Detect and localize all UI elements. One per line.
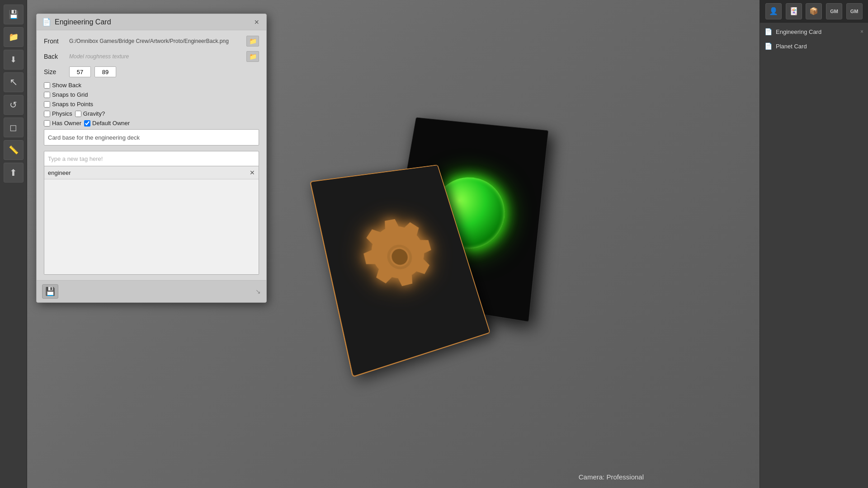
back-field-row: Back Model roughness texture 📁 (44, 51, 259, 62)
checkbox-row-3: Snaps to Points (44, 101, 259, 108)
modal-title-icon: 📄 (42, 18, 51, 26)
size-label: Size (44, 68, 66, 75)
default-owner-checkbox[interactable] (84, 120, 90, 127)
gm2-icon-btn[interactable]: GM (846, 3, 863, 19)
panel-item-engineering-card[interactable]: 📄 Engineering Card × (760, 24, 868, 39)
checkbox-row-4: Physics Gravity? (44, 110, 259, 117)
modal-title-left: 📄 Engineering Card (42, 18, 111, 26)
modal-dialog: 📄 Engineering Card × Front G:/Omnibox Ga… (36, 14, 267, 303)
engineering-card-icon: 📄 (764, 28, 772, 35)
snaps-points-checkbox[interactable] (44, 101, 50, 108)
front-field-row: Front G:/Omnibox Games/Bridge Crew/Artwo… (44, 36, 259, 47)
snaps-grid-label: Snaps to Grid (44, 91, 88, 98)
upload-toolbar-btn[interactable]: ⬆ (4, 163, 24, 183)
modal-save-button[interactable]: 💾 (42, 284, 58, 299)
show-back-checkbox[interactable] (44, 82, 50, 89)
shape-toolbar-btn[interactable]: ◻ (4, 117, 24, 137)
ruler-toolbar-btn[interactable]: 📏 (4, 140, 24, 160)
download-toolbar-btn[interactable]: ⬇ (4, 50, 24, 70)
modal-title-text: Engineering Card (55, 18, 111, 26)
has-owner-label: Has Owner (44, 120, 81, 127)
user-icon-btn[interactable]: 👤 (765, 3, 782, 19)
checkbox-row-5: Has Owner Default Owner (44, 120, 259, 127)
modal-body: Front G:/Omnibox Games/Bridge Crew/Artwo… (37, 30, 266, 280)
size-height-input[interactable] (94, 66, 116, 77)
front-value: G:/Omnibox Games/Bridge Crew/Artwork/Pro… (69, 38, 243, 44)
modal-close-button[interactable]: × (252, 18, 261, 26)
gravity-checkbox[interactable] (75, 111, 81, 117)
left-toolbar: 💾 📁 ⬇ ↖ ↺ ◻ 📏 ⬆ (0, 0, 27, 488)
tag-input[interactable] (44, 151, 259, 166)
panel-item-planet-card[interactable]: 📄 Planet Card (760, 39, 868, 53)
gm-icon-btn[interactable]: GM (826, 3, 842, 19)
planet-card-label: Planet Card (776, 43, 863, 50)
physics-checkbox[interactable] (44, 111, 50, 117)
back-placeholder: Model roughness texture (69, 53, 243, 60)
right-panel-header: 👤 🃏 📦 GM GM (760, 0, 868, 23)
engineer-tag-close[interactable]: ✕ (250, 169, 255, 176)
planet-card-icon: 📄 (764, 42, 772, 50)
rotate-toolbar-btn[interactable]: ↺ (4, 95, 24, 115)
modal-footer: 💾 ↘ (37, 280, 266, 302)
checkbox-row-1: Show Back (44, 82, 259, 89)
engineer-tag: engineer ✕ (44, 166, 259, 179)
back-folder-button[interactable]: 📁 (246, 51, 259, 62)
physics-label: Physics (44, 110, 72, 117)
has-owner-checkbox[interactable] (44, 120, 50, 127)
size-field-row: Size (44, 66, 259, 77)
snaps-points-label: Snaps to Points (44, 101, 93, 108)
gear-visual (345, 209, 454, 314)
camera-label: Camera: Professional (579, 473, 644, 481)
default-owner-label: Default Owner (84, 120, 130, 127)
size-width-input[interactable] (69, 66, 91, 77)
panel-items-list: 📄 Engineering Card × 📄 Planet Card (760, 23, 868, 55)
front-label: Front (44, 38, 66, 45)
folder-toolbar-btn[interactable]: 📁 (4, 27, 24, 47)
pointer-toolbar-btn[interactable]: ↖ (4, 72, 24, 92)
show-back-label: Show Back (44, 82, 81, 89)
cards-icon-btn[interactable]: 🃏 (786, 3, 802, 19)
svg-point-0 (389, 247, 410, 267)
tags-area: engineer ✕ (44, 166, 259, 275)
card-scene (294, 108, 566, 380)
engineering-card-close[interactable]: × (860, 28, 863, 35)
back-label: Back (44, 53, 66, 60)
save-toolbar-btn[interactable]: 💾 (4, 5, 24, 24)
engineer-tag-label: engineer (48, 169, 71, 176)
description-input[interactable] (44, 129, 259, 145)
right-panel: 👤 🃏 📦 GM GM 📄 Engineering Card × 📄 Plane… (760, 0, 868, 488)
snaps-grid-checkbox[interactable] (44, 92, 50, 98)
engineering-card-label: Engineering Card (776, 28, 857, 35)
front-folder-button[interactable]: 📁 (246, 36, 259, 47)
gravity-label: Gravity? (75, 110, 105, 117)
resize-handle[interactable]: ↘ (255, 288, 261, 295)
deck-icon-btn[interactable]: 📦 (806, 3, 822, 19)
checkbox-row-2: Snaps to Grid (44, 91, 259, 98)
modal-titlebar: 📄 Engineering Card × (37, 14, 266, 30)
